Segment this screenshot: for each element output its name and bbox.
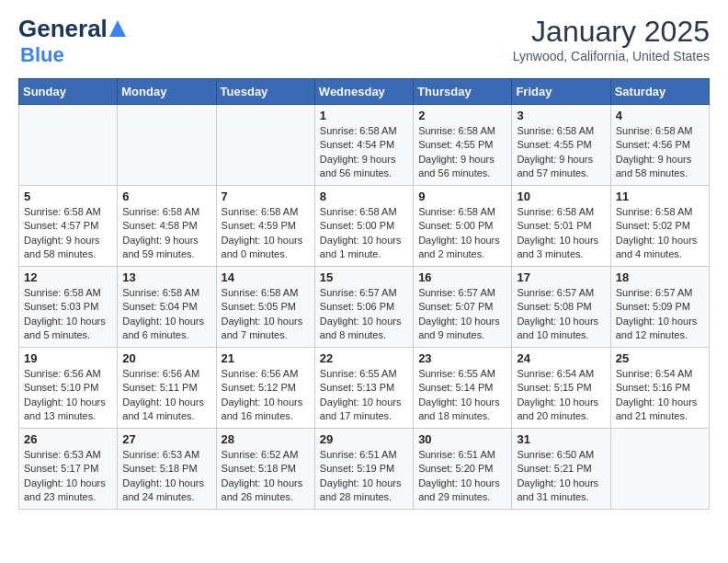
day-info: Sunrise: 6:58 AM Sunset: 4:55 PM Dayligh…: [517, 124, 605, 181]
month-title: January 2025: [513, 15, 710, 49]
logo-blue-text: Blue: [20, 43, 64, 66]
week-row-5: 26Sunrise: 6:53 AM Sunset: 5:17 PM Dayli…: [19, 429, 710, 510]
day-number: 16: [418, 270, 506, 284]
day-info: Sunrise: 6:58 AM Sunset: 5:03 PM Dayligh…: [24, 286, 112, 343]
day-number: 23: [418, 351, 506, 365]
col-sunday: Sunday: [19, 79, 118, 105]
day-cell: 2Sunrise: 6:58 AM Sunset: 4:55 PM Daylig…: [414, 105, 512, 186]
day-cell: 28Sunrise: 6:52 AM Sunset: 5:18 PM Dayli…: [216, 429, 314, 510]
calendar-table: Sunday Monday Tuesday Wednesday Thursday…: [18, 78, 710, 510]
day-number: 13: [122, 270, 210, 284]
day-cell: 8Sunrise: 6:58 AM Sunset: 5:00 PM Daylig…: [314, 186, 413, 267]
day-info: Sunrise: 6:55 AM Sunset: 5:14 PM Dayligh…: [418, 367, 506, 424]
day-number: 21: [222, 351, 310, 365]
day-cell: 24Sunrise: 6:54 AM Sunset: 5:15 PM Dayli…: [512, 348, 610, 429]
day-cell: 10Sunrise: 6:58 AM Sunset: 5:01 PM Dayli…: [512, 186, 610, 267]
col-saturday: Saturday: [610, 79, 709, 105]
day-cell: 7Sunrise: 6:58 AM Sunset: 4:59 PM Daylig…: [216, 186, 314, 267]
day-number: 7: [222, 190, 310, 203]
day-number: 19: [24, 351, 112, 365]
day-info: Sunrise: 6:55 AM Sunset: 5:13 PM Dayligh…: [320, 367, 408, 424]
day-info: Sunrise: 6:58 AM Sunset: 4:59 PM Dayligh…: [222, 205, 310, 262]
day-number: 18: [616, 270, 704, 284]
day-cell: 30Sunrise: 6:51 AM Sunset: 5:20 PM Dayli…: [414, 429, 512, 510]
day-cell: 12Sunrise: 6:58 AM Sunset: 5:03 PM Dayli…: [19, 267, 118, 348]
day-cell: 14Sunrise: 6:58 AM Sunset: 5:05 PM Dayli…: [216, 267, 314, 348]
day-number: 12: [24, 270, 112, 284]
day-cell: 29Sunrise: 6:51 AM Sunset: 5:19 PM Dayli…: [314, 429, 413, 510]
day-info: Sunrise: 6:54 AM Sunset: 5:16 PM Dayligh…: [616, 367, 704, 424]
day-cell: 9Sunrise: 6:58 AM Sunset: 5:00 PM Daylig…: [414, 186, 512, 267]
day-cell: [216, 105, 314, 186]
day-info: Sunrise: 6:58 AM Sunset: 5:04 PM Dayligh…: [122, 286, 210, 343]
day-info: Sunrise: 6:58 AM Sunset: 5:05 PM Dayligh…: [222, 286, 310, 343]
day-number: 9: [418, 190, 506, 203]
logo: General Blue: [18, 15, 126, 67]
day-info: Sunrise: 6:57 AM Sunset: 5:08 PM Dayligh…: [517, 286, 605, 343]
day-info: Sunrise: 6:58 AM Sunset: 4:57 PM Dayligh…: [24, 205, 112, 262]
day-info: Sunrise: 6:57 AM Sunset: 5:06 PM Dayligh…: [320, 286, 408, 343]
day-info: Sunrise: 6:51 AM Sunset: 5:20 PM Dayligh…: [418, 448, 506, 505]
day-info: Sunrise: 6:58 AM Sunset: 5:00 PM Dayligh…: [418, 205, 506, 262]
day-info: Sunrise: 6:56 AM Sunset: 5:11 PM Dayligh…: [122, 367, 210, 424]
day-cell: 5Sunrise: 6:58 AM Sunset: 4:57 PM Daylig…: [19, 186, 118, 267]
day-info: Sunrise: 6:51 AM Sunset: 5:19 PM Dayligh…: [320, 448, 408, 505]
day-cell: 21Sunrise: 6:56 AM Sunset: 5:12 PM Dayli…: [216, 348, 314, 429]
col-wednesday: Wednesday: [314, 79, 413, 105]
day-number: 14: [222, 270, 310, 284]
day-number: 5: [24, 190, 112, 203]
day-cell: 11Sunrise: 6:58 AM Sunset: 5:02 PM Dayli…: [610, 186, 709, 267]
day-info: Sunrise: 6:57 AM Sunset: 5:09 PM Dayligh…: [616, 286, 704, 343]
day-info: Sunrise: 6:57 AM Sunset: 5:07 PM Dayligh…: [418, 286, 506, 343]
day-number: 30: [418, 432, 506, 446]
day-info: Sunrise: 6:50 AM Sunset: 5:21 PM Dayligh…: [517, 448, 605, 505]
day-info: Sunrise: 6:54 AM Sunset: 5:15 PM Dayligh…: [517, 367, 605, 424]
day-info: Sunrise: 6:58 AM Sunset: 4:55 PM Dayligh…: [418, 124, 506, 181]
week-row-4: 19Sunrise: 6:56 AM Sunset: 5:10 PM Dayli…: [19, 348, 710, 429]
day-number: 15: [320, 270, 408, 284]
day-cell: 18Sunrise: 6:57 AM Sunset: 5:09 PM Dayli…: [610, 267, 709, 348]
day-cell: 4Sunrise: 6:58 AM Sunset: 4:56 PM Daylig…: [610, 105, 709, 186]
col-tuesday: Tuesday: [216, 79, 314, 105]
day-number: 29: [320, 432, 408, 446]
day-number: 26: [24, 432, 112, 446]
title-block: January 2025 Lynwood, California, United…: [513, 15, 710, 63]
day-cell: [610, 429, 709, 510]
day-info: Sunrise: 6:58 AM Sunset: 5:01 PM Dayligh…: [517, 205, 605, 262]
day-number: 17: [517, 270, 605, 284]
day-cell: [118, 105, 216, 186]
day-number: 20: [122, 351, 210, 365]
day-cell: 27Sunrise: 6:53 AM Sunset: 5:18 PM Dayli…: [118, 429, 216, 510]
day-cell: 6Sunrise: 6:58 AM Sunset: 4:58 PM Daylig…: [118, 186, 216, 267]
day-cell: 25Sunrise: 6:54 AM Sunset: 5:16 PM Dayli…: [610, 348, 709, 429]
day-info: Sunrise: 6:58 AM Sunset: 5:00 PM Dayligh…: [320, 205, 408, 262]
week-row-3: 12Sunrise: 6:58 AM Sunset: 5:03 PM Dayli…: [19, 267, 710, 348]
day-number: 27: [122, 432, 210, 446]
day-cell: 23Sunrise: 6:55 AM Sunset: 5:14 PM Dayli…: [414, 348, 512, 429]
day-info: Sunrise: 6:56 AM Sunset: 5:12 PM Dayligh…: [222, 367, 310, 424]
day-number: 2: [418, 109, 506, 122]
day-number: 3: [517, 109, 605, 122]
day-number: 1: [320, 109, 408, 122]
day-info: Sunrise: 6:52 AM Sunset: 5:18 PM Dayligh…: [222, 448, 310, 505]
svg-marker-0: [109, 20, 126, 37]
day-cell: 31Sunrise: 6:50 AM Sunset: 5:21 PM Dayli…: [512, 429, 610, 510]
day-number: 6: [122, 190, 210, 203]
day-number: 31: [517, 432, 605, 446]
day-info: Sunrise: 6:58 AM Sunset: 5:02 PM Dayligh…: [616, 205, 704, 262]
week-row-1: 1Sunrise: 6:58 AM Sunset: 4:54 PM Daylig…: [19, 105, 710, 186]
day-info: Sunrise: 6:56 AM Sunset: 5:10 PM Dayligh…: [24, 367, 112, 424]
col-friday: Friday: [512, 79, 610, 105]
day-info: Sunrise: 6:58 AM Sunset: 4:56 PM Dayligh…: [616, 124, 704, 181]
day-cell: 20Sunrise: 6:56 AM Sunset: 5:11 PM Dayli…: [118, 348, 216, 429]
col-monday: Monday: [118, 79, 216, 105]
logo-triangle-icon: [109, 20, 126, 37]
col-thursday: Thursday: [414, 79, 512, 105]
page-header: General Blue January 2025 Lynwood, Calif…: [18, 15, 710, 67]
day-number: 28: [222, 432, 310, 446]
day-number: 10: [517, 190, 605, 203]
logo-general-text: General: [18, 15, 108, 43]
day-cell: 26Sunrise: 6:53 AM Sunset: 5:17 PM Dayli…: [19, 429, 118, 510]
day-cell: 19Sunrise: 6:56 AM Sunset: 5:10 PM Dayli…: [19, 348, 118, 429]
day-number: 25: [616, 351, 704, 365]
